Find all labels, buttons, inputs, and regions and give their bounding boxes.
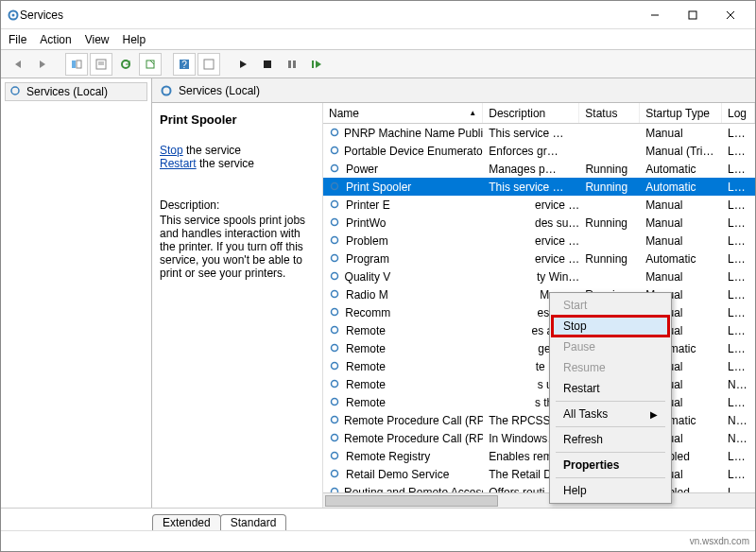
cell-name: Remote Procedure Call (RPC) — [323, 414, 483, 427]
restart-service-link[interactable]: Restart — [160, 157, 197, 170]
restart-service-button[interactable] — [305, 53, 328, 76]
service-row[interactable]: Quality Vty Win…ManualLoc… — [323, 267, 755, 285]
service-row[interactable]: Recommes aut…ManualLoc… — [323, 303, 755, 321]
cell-logon: Loc… — [722, 181, 755, 194]
service-row[interactable]: Remotees a co…ManualLoc… — [323, 321, 755, 339]
maximize-button[interactable] — [674, 2, 712, 28]
scrollbar-thumb[interactable] — [325, 495, 498, 507]
svg-point-41 — [332, 470, 338, 476]
toolbar: ? — [1, 50, 755, 78]
service-rows: PNRP Machine Name Publi…This service …Ma… — [323, 124, 755, 492]
main-area: Services (Local) Services (Local) Print … — [1, 78, 755, 508]
service-row[interactable]: Remoteges di…RunningAutomaticLoc… — [323, 339, 755, 357]
gear-icon — [329, 360, 342, 373]
back-button[interactable] — [7, 53, 29, 76]
service-list: Name▲ Description Status Startup Type Lo… — [322, 103, 755, 508]
service-row[interactable]: Remote Procedure Call (RP…In Windows…Man… — [323, 429, 755, 447]
tab-extended[interactable]: Extended — [152, 514, 221, 530]
service-row[interactable]: Remotes the c…ManualLoc… — [323, 393, 755, 411]
svg-point-25 — [332, 182, 338, 189]
service-row[interactable]: PowerManages p…RunningAutomaticLoc… — [323, 160, 755, 178]
cell-description: ervice … — [396, 252, 579, 266]
col-status[interactable]: Status — [579, 103, 640, 123]
horizontal-scrollbar[interactable] — [323, 492, 755, 508]
service-row[interactable]: Remote Procedure Call (RPC)The RPCSS s…R… — [323, 411, 755, 429]
gear-icon — [329, 288, 342, 302]
ctx-properties[interactable]: Properties — [552, 455, 669, 475]
window-controls — [636, 2, 749, 28]
service-row[interactable]: PrintWodes su…RunningManualLoc… — [323, 214, 755, 232]
gear-icon — [329, 216, 342, 230]
col-logon[interactable]: Log — [722, 103, 755, 123]
ctx-all-tasks[interactable]: All Tasks▶ — [552, 404, 669, 424]
cell-startup-type: Manual — [640, 127, 722, 140]
service-row[interactable]: PNRP Machine Name Publi…This service …Ma… — [323, 124, 755, 142]
cell-startup-type: Automatic — [640, 163, 722, 176]
service-row[interactable]: Retail Demo ServiceThe Retail D…ManualLo… — [323, 465, 755, 483]
ctx-restart[interactable]: Restart — [552, 378, 669, 399]
cell-logon: Loc… — [722, 270, 755, 284]
svg-point-31 — [332, 290, 338, 297]
about-button[interactable] — [198, 53, 220, 76]
cell-logon: Loc… — [722, 198, 755, 212]
menu-file[interactable]: File — [9, 33, 26, 46]
pause-service-button[interactable] — [281, 53, 303, 76]
export-button[interactable] — [139, 53, 162, 76]
svg-point-35 — [332, 362, 338, 369]
show-hide-tree-button[interactable] — [65, 53, 88, 76]
start-service-button[interactable] — [232, 53, 254, 76]
cell-name: Problem — [323, 234, 396, 248]
forward-button[interactable] — [31, 53, 54, 76]
stop-service-link[interactable]: Stop — [160, 144, 183, 157]
service-row[interactable]: Programervice …RunningAutomaticLoc… — [323, 250, 755, 267]
restart-link-suffix: the service — [197, 157, 254, 170]
ctx-stop[interactable]: Stop — [552, 316, 669, 336]
cell-name: Remote — [323, 378, 396, 391]
help-button[interactable]: ? — [173, 53, 196, 76]
ctx-refresh[interactable]: Refresh — [552, 429, 669, 450]
stop-service-button[interactable] — [256, 53, 279, 76]
cell-name: Remote Registry — [323, 450, 483, 463]
gear-icon — [329, 342, 342, 355]
service-row[interactable]: Routing and Remote AccessOffers routi…Di… — [323, 483, 755, 492]
minimize-button[interactable] — [636, 2, 674, 28]
col-description[interactable]: Description — [483, 103, 579, 123]
stop-link-suffix: the service — [183, 144, 241, 157]
refresh-button[interactable] — [114, 53, 137, 76]
service-row[interactable]: Printer Eervice …ManualLoc… — [323, 196, 755, 214]
tree-root[interactable]: Services (Local) — [5, 82, 147, 101]
footer: vn.wsxdn.com — [1, 530, 755, 551]
service-row[interactable]: Remote RegistryEnables rem…DisabledLoc… — [323, 447, 755, 465]
cell-logon: Loc… — [722, 145, 755, 158]
service-row[interactable]: Remotete Des…RunningManualLoc… — [323, 357, 755, 375]
service-row[interactable]: Problemervice …ManualLoc… — [323, 232, 755, 250]
svg-point-28 — [332, 236, 338, 243]
restart-link-line: Restart the service — [160, 157, 315, 170]
cell-logon: Net… — [722, 432, 755, 445]
ctx-start: Start — [552, 295, 669, 316]
cell-logon: Net… — [722, 414, 755, 427]
service-row[interactable]: Portable Device Enumerator…Enforces gr…M… — [323, 142, 755, 160]
cell-description: ty Win… — [396, 270, 579, 284]
cell-description: Enforces gr… — [483, 145, 579, 158]
gear-icon — [329, 468, 342, 481]
menu-action[interactable]: Action — [40, 33, 71, 46]
cell-startup-type: Manual — [640, 216, 722, 230]
properties-button[interactable] — [90, 53, 112, 76]
col-name[interactable]: Name▲ — [323, 103, 483, 123]
menu-view[interactable]: View — [85, 33, 110, 46]
svg-point-29 — [332, 254, 338, 261]
service-row[interactable]: Radio M Mana…RunningManualLoc… — [323, 285, 755, 303]
gear-icon — [329, 486, 340, 493]
tab-standard[interactable]: Standard — [220, 514, 287, 530]
ctx-help[interactable]: Help — [552, 480, 669, 501]
service-row[interactable]: Remotes user…ManualNet… — [323, 375, 755, 393]
cell-logon: Loc… — [722, 306, 755, 319]
col-startup-type[interactable]: Startup Type — [640, 103, 722, 123]
cell-name: Remote — [323, 324, 396, 337]
close-button[interactable] — [712, 2, 749, 28]
menu-help[interactable]: Help — [123, 33, 146, 46]
cell-name: Remote — [323, 342, 396, 355]
svg-point-27 — [332, 218, 338, 225]
service-row[interactable]: Print SpoolerThis service …RunningAutoma… — [323, 178, 755, 196]
